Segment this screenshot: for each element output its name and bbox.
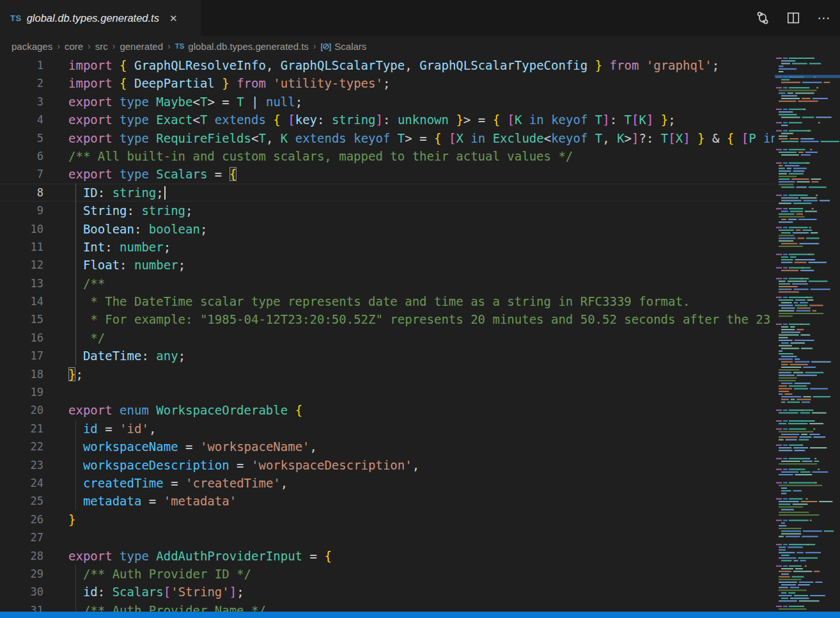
line-number: 3 xyxy=(0,93,43,111)
line-number: 23 xyxy=(0,456,43,474)
open-changes-icon[interactable] xyxy=(753,8,772,28)
line-number: 8 xyxy=(0,184,43,202)
line-number: 13 xyxy=(0,274,43,292)
line-number: 18 xyxy=(0,365,43,383)
editor-actions: ⋯ xyxy=(753,0,834,36)
code-rows: 1import { GraphQLResolveInfo, GraphQLSca… xyxy=(0,56,775,618)
code-line: 6/** All built-in and custom scalars, ma… xyxy=(0,147,775,165)
code-line: 28export type AddAuthProviderInput = { xyxy=(0,547,775,565)
breadcrumb-generated[interactable]: generated xyxy=(120,41,163,52)
code-line: 21 id = 'id', xyxy=(0,420,775,438)
code-line: 20export enum WorkspaceOrderable { xyxy=(0,401,775,419)
breadcrumb-core[interactable]: core xyxy=(65,41,83,52)
status-bar xyxy=(0,612,840,618)
code-line: 17 DateTime: any; xyxy=(0,347,775,365)
code-line: 14 * The DateTime scalar type represents… xyxy=(0,292,775,310)
breadcrumb-symbol-scalars[interactable]: Scalars xyxy=(334,41,366,52)
line-number: 10 xyxy=(0,220,43,238)
line-number: 4 xyxy=(0,111,43,129)
code-line: 15 * For example: "1985-04-12T23:20:50.5… xyxy=(0,310,775,328)
line-number: 30 xyxy=(0,583,43,601)
code-line: 9 String: string; xyxy=(0,202,775,219)
line-number: 29 xyxy=(0,565,43,583)
code-line: 29 /** Auth Provider ID */ xyxy=(0,565,775,583)
typescript-file-icon: TS xyxy=(10,13,22,23)
line-number: 20 xyxy=(0,401,43,419)
code-line: 10 Boolean: boolean; xyxy=(0,220,775,238)
code-line: 19 xyxy=(0,383,775,401)
breadcrumb-separator: › xyxy=(167,41,171,51)
code-line: 11 Int: number; xyxy=(0,238,775,256)
code-line: 8 ID: string; xyxy=(0,184,775,202)
code-line: 25 metadata = 'metadata' xyxy=(0,492,775,510)
breadcrumb-separator: › xyxy=(113,41,116,51)
minimap[interactable] xyxy=(775,56,840,612)
tab-global-db-types[interactable]: TS global.db.types.generated.ts ✕ xyxy=(0,0,201,36)
code-line: 5export type RequireFields<T, K extends … xyxy=(0,129,775,147)
breadcrumb-packages[interactable]: packages xyxy=(12,41,52,52)
text-cursor xyxy=(164,186,166,200)
code-line: 4export type Exact<T extends { [key: str… xyxy=(0,111,775,129)
breadcrumb: packages › core › src › generated › TS g… xyxy=(0,36,840,56)
line-number: 22 xyxy=(0,438,43,456)
code-line: 22 workspaceName = 'workspaceName', xyxy=(0,438,775,456)
symbol-type-icon: [⊘] xyxy=(321,41,331,51)
more-actions-icon[interactable]: ⋯ xyxy=(814,8,834,28)
breadcrumb-separator: › xyxy=(313,41,316,51)
line-number: 14 xyxy=(0,292,43,310)
code-line: 26} xyxy=(0,511,775,528)
tab-title: global.db.types.generated.ts xyxy=(27,12,159,24)
close-tab-icon[interactable]: ✕ xyxy=(167,12,180,25)
typescript-file-icon: TS xyxy=(175,42,185,50)
line-number: 7 xyxy=(0,165,43,183)
line-number: 2 xyxy=(0,74,43,92)
code-line: 7export type Scalars = { xyxy=(0,165,775,183)
line-number: 26 xyxy=(0,511,43,528)
code-line: 18}; xyxy=(0,365,775,383)
vscode-editor-window: TS global.db.types.generated.ts ✕ xyxy=(0,0,840,618)
line-number: 19 xyxy=(0,383,43,401)
code-line: 1import { GraphQLResolveInfo, GraphQLSca… xyxy=(0,56,775,74)
line-number: 15 xyxy=(0,310,43,328)
code-line: 30 id: Scalars['String']; xyxy=(0,583,775,601)
code-line: 16 */ xyxy=(0,329,775,347)
line-number: 28 xyxy=(0,547,43,565)
line-number: 24 xyxy=(0,474,43,492)
code-line: 23 workspaceDescription = 'workspaceDesc… xyxy=(0,456,775,474)
line-number: 16 xyxy=(0,329,43,347)
line-number: 12 xyxy=(0,256,43,274)
breadcrumb-file[interactable]: global.db.types.generated.ts xyxy=(188,41,308,52)
code-line: 12 Float: number; xyxy=(0,256,775,274)
line-number: 27 xyxy=(0,528,43,546)
code-line: 3export type Maybe<T> = T | null; xyxy=(0,93,775,111)
breadcrumb-separator: › xyxy=(57,41,60,51)
line-number: 1 xyxy=(0,56,43,74)
line-number: 6 xyxy=(0,147,43,165)
line-number: 17 xyxy=(0,347,43,365)
line-number: 9 xyxy=(0,202,43,219)
code-line: 13 /** xyxy=(0,274,775,292)
line-number: 25 xyxy=(0,492,43,510)
code-line: 27 xyxy=(0,528,775,546)
line-number: 21 xyxy=(0,420,43,438)
line-number: 11 xyxy=(0,238,43,256)
code-line: 24 createdTime = 'createdTime', xyxy=(0,474,775,492)
breadcrumb-separator: › xyxy=(88,41,91,51)
code-editor[interactable]: 1import { GraphQLResolveInfo, GraphQLSca… xyxy=(0,56,775,618)
breadcrumb-src[interactable]: src xyxy=(95,41,108,52)
tab-bar: TS global.db.types.generated.ts ✕ xyxy=(0,0,840,36)
line-number: 5 xyxy=(0,129,43,147)
split-editor-icon[interactable] xyxy=(784,8,803,28)
code-line: 2import { DeepPartial } from 'utility-ty… xyxy=(0,74,775,92)
